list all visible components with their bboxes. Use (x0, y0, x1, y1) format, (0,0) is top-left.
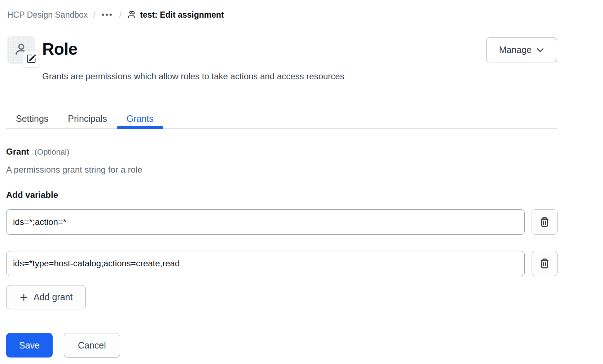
tab-settings[interactable]: Settings (6, 107, 58, 128)
grants-form: Grant (Optional) A permissions grant str… (6, 146, 557, 358)
grant-row (6, 251, 557, 276)
grant-row (6, 209, 557, 235)
edit-avatar-button[interactable] (23, 50, 40, 68)
page-title: Role (42, 39, 486, 59)
add-variable-label: Add variable (6, 190, 557, 200)
tab-principals[interactable]: Principals (58, 107, 116, 128)
grant-optional-label: (Optional) (35, 147, 70, 156)
breadcrumb-ellipsis-button[interactable]: ••• (101, 9, 114, 20)
grant-label: Grant (6, 147, 29, 156)
active-tab-indicator (117, 126, 163, 129)
manage-button[interactable]: Manage (486, 37, 557, 62)
tab-principals-label: Principals (68, 114, 107, 124)
grant-input-2[interactable] (6, 251, 525, 276)
pencil-square-icon (27, 54, 36, 65)
breadcrumb-link-hcp-design-sandbox[interactable]: HCP Design Sandbox (7, 9, 88, 20)
cancel-button[interactable]: Cancel (64, 333, 120, 358)
breadcrumb-current-label: test: Edit assignment (140, 9, 224, 20)
trash-icon (539, 217, 550, 227)
page-subtitle: Grants are permissions which allow roles… (42, 71, 486, 82)
chevron-down-icon (536, 46, 544, 54)
tab-bar: Settings Principals Grants (6, 107, 557, 129)
tab-settings-label: Settings (16, 114, 48, 124)
add-grant-button-label: Add grant (34, 292, 72, 302)
delete-grant-button-2[interactable] (532, 251, 558, 276)
add-grant-button[interactable]: Add grant (6, 285, 86, 309)
plus-icon (19, 293, 28, 302)
breadcrumb-separator: / (93, 9, 95, 20)
page-header: Role Grants are permissions which allow … (6, 36, 557, 82)
save-button[interactable]: Save (6, 333, 53, 358)
grant-input-1[interactable] (6, 209, 525, 235)
trash-icon (539, 258, 550, 269)
breadcrumb: HCP Design Sandbox / ••• / test: Edit as… (7, 9, 557, 20)
role-avatar (7, 36, 35, 64)
manage-button-label: Manage (499, 45, 532, 55)
delete-grant-button-1[interactable] (532, 209, 558, 235)
breadcrumb-current: test: Edit assignment (127, 9, 224, 20)
role-page: HCP Design Sandbox / ••• / test: Edit as… (6, 9, 557, 358)
form-actions: Save Cancel (6, 333, 557, 358)
header-text: Role Grants are permissions which allow … (42, 36, 486, 82)
grant-helper-text: A permissions grant string for a role (6, 164, 557, 175)
breadcrumb-separator: / (119, 9, 122, 20)
users-icon (127, 10, 136, 19)
tab-grants[interactable]: Grants (117, 107, 163, 128)
grant-label-row: Grant (Optional) (6, 146, 557, 157)
tab-grants-label: Grants (127, 114, 154, 124)
